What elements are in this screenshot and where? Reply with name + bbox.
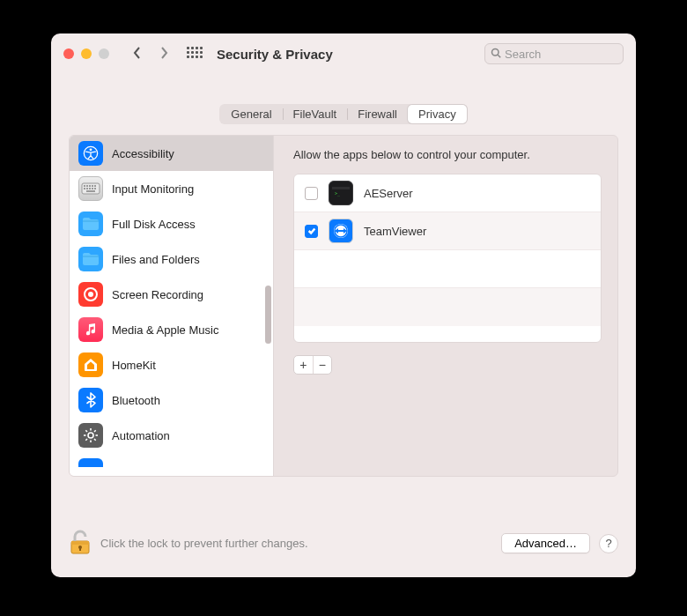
sidebar-item-screen-recording[interactable]: Screen Recording <box>70 277 273 312</box>
tab-filevault[interactable]: FileVault <box>283 105 348 123</box>
lock-text: Click the lock to prevent further change… <box>100 537 308 550</box>
scrollbar-thumb[interactable] <box>265 286 271 344</box>
window-controls <box>63 48 109 59</box>
detail-pane: Allow the apps below to control your com… <box>274 136 617 476</box>
svg-rect-12 <box>89 188 91 189</box>
svg-rect-33 <box>338 230 344 232</box>
app-name: TeamViewer <box>364 225 426 238</box>
sidebar-item-more[interactable] <box>70 453 273 467</box>
tab-firewall[interactable]: Firewall <box>347 105 408 123</box>
svg-point-0 <box>492 48 499 56</box>
svg-rect-9 <box>94 185 96 187</box>
keyboard-icon <box>78 176 103 201</box>
forward-button[interactable] <box>159 47 169 62</box>
more-icon <box>78 458 103 467</box>
close-window-button[interactable] <box>63 48 74 59</box>
svg-rect-13 <box>92 188 93 189</box>
sidebar-item-label: Input Monitoring <box>112 182 194 196</box>
zoom-window-button[interactable] <box>99 48 109 59</box>
content-panel: Accessibility Input Monitoring Full Disk… <box>69 135 618 477</box>
titlebar: Security & Privacy <box>51 33 636 74</box>
sidebar-item-label: HomeKit <box>112 359 156 372</box>
svg-rect-27 <box>332 187 350 189</box>
home-icon <box>78 353 103 377</box>
record-icon <box>78 282 103 307</box>
sidebar-item-label: Screen Recording <box>112 288 203 301</box>
tabs-row: General FileVault Firewall Privacy <box>51 104 636 124</box>
svg-line-23 <box>85 430 87 432</box>
sidebar-item-bluetooth[interactable]: Bluetooth <box>70 382 273 418</box>
nav-arrows <box>132 47 169 62</box>
sidebar-item-media-music[interactable]: Media & Apple Music <box>70 312 273 347</box>
sidebar-item-files-folders[interactable]: Files and Folders <box>70 241 273 277</box>
app-list: >_ AEServer TeamViewer <box>293 174 602 343</box>
minimize-window-button[interactable] <box>81 48 92 59</box>
sidebar-item-automation[interactable]: Automation <box>70 418 273 453</box>
folder-icon <box>78 212 103 236</box>
tabs: General FileVault Firewall Privacy <box>219 104 467 124</box>
sidebar-item-input-monitoring[interactable]: Input Monitoring <box>70 171 273 206</box>
advanced-button[interactable]: Advanced… <box>501 533 590 553</box>
bluetooth-icon <box>78 388 103 412</box>
music-icon <box>78 317 103 342</box>
app-row-empty <box>294 288 601 326</box>
svg-text:>_: >_ <box>335 190 341 197</box>
svg-rect-8 <box>92 185 93 187</box>
search-icon <box>491 48 501 61</box>
app-row[interactable]: >_ AEServer <box>294 174 601 212</box>
add-remove-control: + − <box>293 355 332 375</box>
svg-rect-6 <box>86 185 88 187</box>
search-input[interactable] <box>505 48 617 61</box>
svg-point-18 <box>88 433 93 438</box>
preferences-window: Security & Privacy General FileVault Fir… <box>51 33 636 577</box>
sidebar-item-homekit[interactable]: HomeKit <box>70 347 273 382</box>
app-row-empty <box>294 250 601 288</box>
svg-line-1 <box>498 55 500 57</box>
sidebar-item-label: Automation <box>112 429 170 442</box>
sidebar: Accessibility Input Monitoring Full Disk… <box>70 136 274 476</box>
svg-rect-14 <box>94 188 96 189</box>
lock-icon[interactable] <box>69 529 92 558</box>
svg-point-17 <box>88 292 93 297</box>
teamviewer-icon <box>329 219 353 243</box>
svg-rect-37 <box>79 548 81 551</box>
footer: Click the lock to prevent further change… <box>69 529 618 558</box>
svg-rect-15 <box>86 190 95 192</box>
svg-rect-7 <box>89 185 91 187</box>
tab-general[interactable]: General <box>220 105 282 123</box>
app-checkbox[interactable] <box>305 225 318 238</box>
svg-line-24 <box>94 439 96 441</box>
terminal-icon: >_ <box>329 181 353 205</box>
sidebar-item-label: Files and Folders <box>112 253 200 266</box>
help-button[interactable]: ? <box>599 534 618 553</box>
svg-point-3 <box>90 148 92 151</box>
tab-privacy[interactable]: Privacy <box>408 105 467 123</box>
svg-rect-35 <box>71 541 89 545</box>
svg-rect-11 <box>86 188 88 189</box>
app-checkbox[interactable] <box>305 187 318 200</box>
app-row[interactable]: TeamViewer <box>294 212 601 250</box>
sidebar-scroll[interactable]: Accessibility Input Monitoring Full Disk… <box>70 136 273 476</box>
window-title: Security & Privacy <box>217 47 333 62</box>
svg-rect-5 <box>84 185 85 187</box>
accessibility-icon <box>78 141 103 166</box>
sidebar-item-accessibility[interactable]: Accessibility <box>70 136 273 171</box>
svg-rect-10 <box>84 188 85 189</box>
prompt-text: Allow the apps below to control your com… <box>293 148 602 161</box>
add-button[interactable]: + <box>294 356 313 374</box>
folder-icon <box>78 247 103 271</box>
sidebar-item-label: Bluetooth <box>112 394 160 407</box>
app-name: AEServer <box>364 187 413 200</box>
show-all-icon[interactable] <box>187 47 201 61</box>
sidebar-item-label: Media & Apple Music <box>112 323 218 337</box>
remove-button[interactable]: − <box>313 356 332 374</box>
sidebar-item-full-disk-access[interactable]: Full Disk Access <box>70 206 273 241</box>
gear-icon <box>78 423 103 448</box>
sidebar-item-label: Full Disk Access <box>112 218 196 231</box>
back-button[interactable] <box>132 47 143 62</box>
search-field[interactable] <box>484 43 624 64</box>
svg-line-25 <box>85 439 87 441</box>
svg-line-26 <box>94 430 96 432</box>
sidebar-item-label: Accessibility <box>112 147 174 160</box>
